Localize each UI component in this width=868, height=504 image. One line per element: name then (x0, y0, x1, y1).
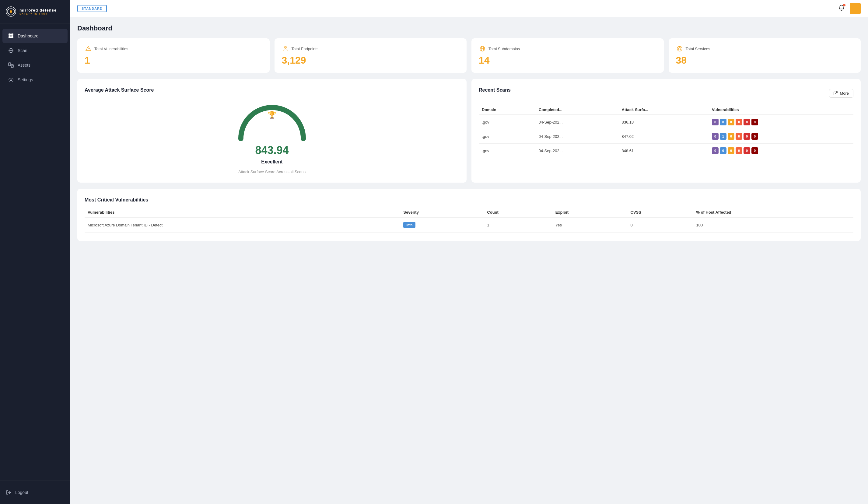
scan-icon (8, 48, 14, 53)
badge-5: 0 (752, 133, 758, 140)
scan-vuln-badges: 000000 (709, 144, 854, 158)
badge-4: 0 (744, 119, 750, 125)
badge-1: 0 (720, 119, 726, 125)
dashboard-icon (8, 33, 14, 39)
badge-0: 0 (712, 133, 719, 140)
stat-label-vulnerabilities: Total Vulnerabilities (94, 47, 128, 51)
notification-icon[interactable] (838, 4, 845, 12)
logo: mirrored defense SAFETY IN TRUTH (0, 0, 70, 23)
scans-table-row[interactable]: .gov 04-Sep-202... 836.18 000000 (479, 115, 854, 129)
svg-rect-5 (9, 36, 11, 38)
vuln-col-cvss: CVSS (628, 208, 693, 217)
sidebar-item-assets[interactable]: Assets (2, 58, 68, 72)
sidebar-item-dashboard[interactable]: Dashboard (2, 29, 68, 43)
user-avatar[interactable] (850, 3, 861, 14)
sidebar-item-settings[interactable]: Settings (2, 73, 68, 87)
notification-dot (843, 4, 846, 7)
scan-completed: 04-Sep-202... (536, 115, 619, 129)
stat-card-subdomains: Total Subdomains 14 (472, 38, 664, 73)
trophy-icon: 🏆 (268, 111, 276, 119)
col-attack-surface: Attack Surfa... (619, 105, 709, 115)
scan-attack-surface: 848.61 (619, 144, 709, 158)
stat-value-endpoints: 3,129 (282, 55, 459, 66)
stat-card-services: Total Services 38 (669, 38, 861, 73)
svg-rect-10 (9, 63, 11, 66)
scan-domain: .gov (479, 144, 536, 158)
sidebar-item-dashboard-label: Dashboard (18, 33, 39, 38)
sidebar-nav: Dashboard Scan Assets (0, 23, 70, 481)
stat-card-vulnerabilities: Total Vulnerabilities 1 (77, 38, 270, 73)
svg-rect-11 (11, 64, 13, 68)
external-link-icon (834, 91, 838, 95)
recent-scans-card: Recent Scans More Domain Completed... (472, 79, 861, 183)
stat-value-vulnerabilities: 1 (85, 55, 262, 66)
stat-value-services: 38 (676, 55, 854, 66)
scan-vuln-badges: 000000 (709, 115, 854, 129)
stat-label-endpoints: Total Endpoints (291, 47, 319, 51)
badge-3: 0 (736, 119, 742, 125)
score-card: Average Attack Surface Score 🏆 843.94 Ex… (77, 79, 467, 183)
svg-rect-4 (11, 33, 13, 35)
gauge-svg (232, 99, 312, 142)
sidebar-item-settings-label: Settings (18, 77, 33, 82)
scans-table-header-row: Domain Completed... Attack Surfa... Vuln… (479, 105, 854, 115)
vuln-cvss: 0 (628, 217, 693, 233)
badge-0: 0 (712, 119, 719, 125)
vuln-name: Microsoft Azure Domain Tenant ID - Detec… (85, 217, 400, 233)
badge-5: 0 (752, 119, 758, 125)
middle-row: Average Attack Surface Score 🏆 843.94 Ex… (77, 79, 861, 183)
sidebar-footer: Logout (0, 481, 70, 504)
scans-table-row[interactable]: .gov 04-Sep-202... 848.61 000000 (479, 144, 854, 158)
vuln-host-affected: 100 (693, 217, 854, 233)
vuln-count: 1 (484, 217, 552, 233)
vuln-col-count: Count (484, 208, 552, 217)
stat-label-services: Total Services (686, 47, 710, 51)
more-button[interactable]: More (829, 89, 854, 98)
badge-2: 0 (728, 133, 734, 140)
badge-3: 0 (736, 147, 742, 154)
badge-2: 0 (728, 119, 734, 125)
vuln-table: Vulnerabilities Severity Count Exploit C… (85, 208, 854, 233)
scan-domain: .gov (479, 129, 536, 144)
logout-icon (6, 490, 12, 495)
vulnerabilities-icon (85, 45, 92, 52)
gauge-label: Excellent (261, 159, 282, 165)
vuln-table-row[interactable]: Microsoft Azure Domain Tenant ID - Detec… (85, 217, 854, 233)
gauge-sub: Attack Surface Score Across all Scans (238, 169, 306, 174)
badge-2: 0 (728, 147, 734, 154)
badge-4: 0 (744, 133, 750, 140)
scans-header: Recent Scans More (479, 88, 854, 99)
score-card-title: Average Attack Surface Score (85, 88, 154, 93)
stats-grid: Total Vulnerabilities 1 Total Endpoints (77, 38, 861, 73)
stat-header-subdomains: Total Subdomains (479, 45, 657, 52)
vuln-table-header-row: Vulnerabilities Severity Count Exploit C… (85, 208, 854, 217)
more-button-label: More (840, 91, 849, 95)
badge-4: 0 (744, 147, 750, 154)
content-area: Dashboard Total Vulnerabilities 1 (70, 17, 868, 504)
svg-rect-6 (11, 36, 13, 38)
svg-point-23 (679, 48, 681, 50)
vuln-col-exploit: Exploit (552, 208, 628, 217)
scan-completed: 04-Sep-202... (536, 129, 619, 144)
svg-rect-3 (9, 33, 11, 35)
services-icon (676, 45, 683, 52)
standard-badge: STANDARD (77, 5, 107, 12)
gauge-wrap: 🏆 (232, 99, 312, 142)
gauge-score: 843.94 (255, 144, 289, 157)
logo-title: mirrored defense (20, 8, 56, 12)
logout-button[interactable]: Logout (2, 486, 68, 499)
gauge-container: 🏆 843.94 Excellent Attack Surface Score … (85, 99, 459, 174)
settings-icon (8, 77, 14, 83)
scans-table-row[interactable]: .gov 04-Sep-202... 847.02 010000 (479, 129, 854, 144)
sidebar-item-assets-label: Assets (18, 63, 30, 68)
scan-completed: 04-Sep-202... (536, 144, 619, 158)
vuln-card-title: Most Critical Vulnerabilities (85, 197, 148, 202)
svg-point-14 (10, 79, 12, 81)
logo-icon (6, 6, 17, 17)
badge-5: 0 (752, 147, 758, 154)
stat-header-services: Total Services (676, 45, 854, 52)
vuln-col-severity: Severity (400, 208, 484, 217)
col-completed: Completed... (536, 105, 619, 115)
sidebar-item-scan[interactable]: Scan (2, 43, 68, 58)
endpoints-icon (282, 45, 289, 52)
